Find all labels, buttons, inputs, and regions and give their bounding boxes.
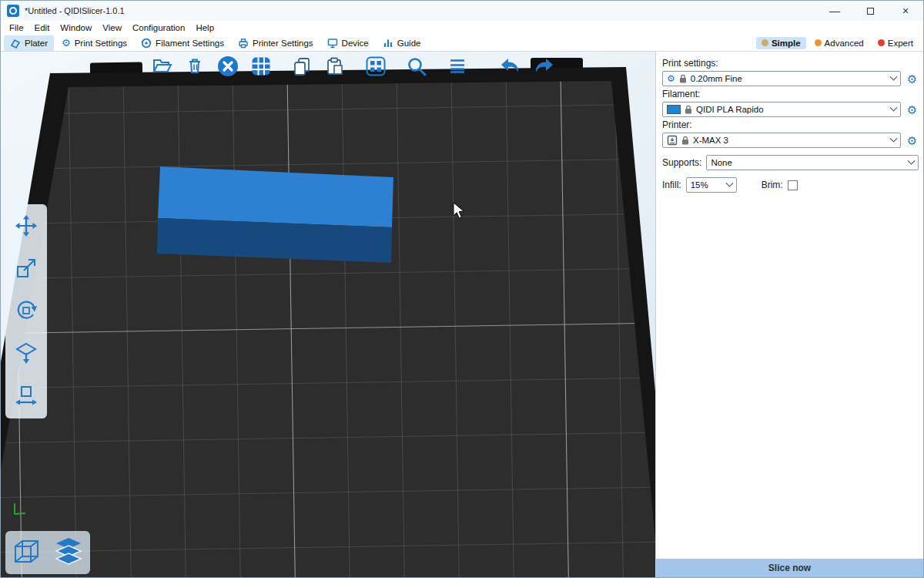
3d-editor-view-button[interactable] (8, 533, 46, 572)
print-bed[interactable] (1, 52, 655, 577)
tab-device[interactable]: Device (321, 35, 375, 51)
slice-now-button[interactable]: Slice now (656, 559, 923, 577)
tab-print-settings[interactable]: ⚙ Print Settings (55, 35, 133, 51)
arrange-button[interactable] (248, 54, 274, 80)
infill-value: 15% (691, 180, 723, 190)
supports-value: None (711, 158, 905, 167)
mode-label: Expert (888, 39, 913, 48)
open-folder-icon (152, 55, 172, 79)
plater-toolbar (149, 54, 557, 80)
maximize-icon (867, 8, 874, 15)
menu-window[interactable]: Window (55, 23, 97, 32)
tab-label: Device (342, 39, 369, 48)
app-icon (7, 5, 19, 17)
preview-view-button[interactable] (49, 533, 88, 572)
window-controls: — × (817, 1, 923, 21)
menu-help[interactable]: Help (190, 23, 219, 32)
advanced-mode-dot (815, 39, 822, 46)
print-settings-value: 0.20mm Fine (691, 74, 887, 83)
filament-color-swatch (667, 105, 681, 114)
viewport-3d[interactable] (1, 52, 655, 577)
chevron-down-icon (890, 103, 898, 111)
chevron-down-icon (890, 134, 898, 142)
tab-filament-settings[interactable]: Filament Settings (135, 35, 230, 51)
printer-icon (667, 135, 678, 146)
mirror-button[interactable] (9, 379, 43, 413)
supports-label: Supports: (662, 157, 701, 168)
tab-guide[interactable]: Guide (377, 35, 427, 51)
open-project-button[interactable] (149, 54, 175, 80)
close-button[interactable]: × (888, 1, 923, 21)
printer-gear-button[interactable]: ⚙ (906, 135, 919, 146)
scale-button[interactable] (9, 252, 43, 286)
variable-layer-height-button[interactable] (444, 54, 470, 80)
preset-gear-icon: ⚙ (667, 74, 675, 83)
paste-button[interactable] (322, 54, 348, 80)
filament-combo[interactable]: QIDI PLA Rapido (662, 102, 901, 117)
place-on-face-button[interactable] (9, 337, 43, 371)
search-button[interactable] (403, 54, 430, 80)
scene-canvas[interactable] (1, 52, 655, 577)
filament-label: Filament: (662, 89, 919, 99)
tab-label: Filament Settings (156, 39, 224, 48)
print-settings-tab-icon: ⚙ (62, 38, 71, 48)
move-icon (15, 214, 38, 240)
delete-all-icon (216, 55, 239, 80)
redo-icon (532, 56, 555, 79)
paste-icon (325, 56, 345, 79)
menubar: File Edit Window View Configuration Help (1, 21, 923, 35)
search-icon (406, 55, 427, 79)
filament-row: QIDI PLA Rapido ⚙ (662, 102, 919, 117)
infill-label: Infill: (662, 180, 681, 190)
mode-advanced[interactable]: Advanced (809, 37, 869, 49)
simple-mode-dot (762, 39, 768, 46)
supports-combo[interactable]: None (706, 155, 919, 170)
menu-configuration[interactable]: Configuration (127, 23, 190, 32)
guide-tab-icon (383, 38, 393, 49)
lock-icon (681, 136, 689, 145)
main-area: Print settings: ⚙ 0.20mm Fine ⚙ Filament… (1, 52, 923, 577)
menu-edit[interactable]: Edit (29, 23, 55, 32)
delete-button[interactable] (182, 54, 208, 80)
tab-label: Print Settings (75, 39, 127, 48)
filament-gear-button[interactable]: ⚙ (906, 104, 919, 116)
maximize-button[interactable] (852, 1, 888, 21)
infill-combo[interactable]: 15% (686, 177, 737, 193)
lock-icon (685, 105, 692, 114)
layers-icon (447, 56, 467, 79)
device-tab-icon (327, 38, 338, 49)
infill-brim-row: Infill: 15% Brim: (662, 177, 919, 193)
chevron-down-icon (908, 156, 916, 164)
chevron-down-icon (890, 72, 898, 80)
brim-checkbox[interactable] (788, 180, 798, 190)
model-object[interactable] (157, 166, 393, 263)
mode-label: Advanced (825, 39, 864, 48)
chevron-down-icon (725, 179, 733, 187)
print-settings-gear-button[interactable]: ⚙ (906, 73, 919, 85)
filament-settings-tab-icon (141, 38, 152, 49)
trash-icon (185, 56, 205, 79)
undo-button[interactable] (497, 54, 524, 80)
undo-icon (499, 56, 522, 79)
rotate-button[interactable] (9, 294, 43, 328)
menu-file[interactable]: File (4, 23, 29, 32)
minimize-button[interactable]: — (817, 1, 852, 21)
lock-icon (679, 74, 687, 83)
rotate-icon (15, 299, 38, 324)
copy-button[interactable] (289, 54, 315, 80)
printer-combo[interactable]: X-MAX 3 (662, 133, 901, 148)
tab-label: Plater (25, 39, 48, 48)
move-button[interactable] (9, 210, 43, 244)
mode-expert[interactable]: Expert (872, 37, 919, 49)
print-settings-combo[interactable]: ⚙ 0.20mm Fine (662, 71, 901, 86)
plater-icon (10, 38, 21, 49)
tab-printer-settings[interactable]: Printer Settings (232, 35, 320, 51)
mode-simple[interactable]: Simple (756, 37, 806, 49)
delete-all-button[interactable] (215, 54, 241, 80)
view-toolbar (5, 531, 90, 574)
split-objects-button[interactable] (363, 54, 389, 80)
menu-view[interactable]: View (97, 23, 127, 32)
sliced-layers-icon (52, 536, 85, 570)
tab-plater[interactable]: Plater (4, 35, 54, 51)
redo-button[interactable] (531, 54, 557, 80)
